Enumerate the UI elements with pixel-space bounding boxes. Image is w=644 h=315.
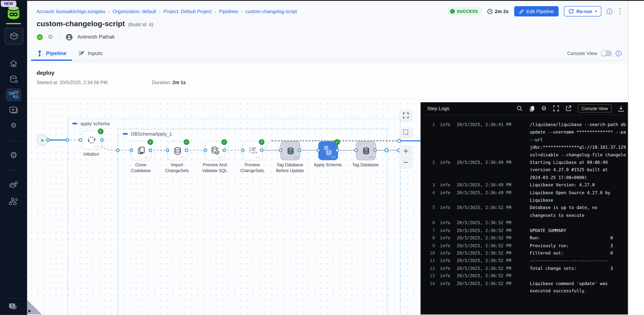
success-check-icon: ✓: [334, 139, 340, 145]
pencil-icon: [519, 9, 524, 14]
log-output[interactable]: 1info20/5/2025, 2:36:41 PM/liquibase/liq…: [420, 115, 628, 294]
chevron-down-icon[interactable]: ▾: [595, 9, 597, 13]
sidebar-item-configuration[interactable]: ⚙: [0, 122, 27, 129]
group-label[interactable]: apply schema: [80, 121, 110, 126]
breadcrumb-link[interactable]: Organization: default: [112, 9, 156, 14]
breadcrumb-link[interactable]: custom-changelog-script: [246, 9, 297, 14]
log-level: info: [440, 219, 450, 226]
step-node-initialize[interactable]: ✓ </>: [82, 130, 101, 150]
sidebar: NEW: [0, 0, 27, 315]
log-row: 10info20/5/2025, 2:36:52 PMFiltered out:…: [426, 249, 628, 257]
tab-pipeline[interactable]: Pipeline: [36, 46, 66, 60]
step-node-apply-schema[interactable]: ✓ </>: [318, 141, 338, 160]
log-timestamp: 20/5/2025, 2:36:52 PM: [457, 226, 516, 234]
log-line-number: 12: [426, 264, 435, 272]
group-label[interactable]: DBSchemaApply_1: [131, 132, 172, 136]
log-message: [530, 219, 627, 226]
breadcrumb-link[interactable]: Project: Default Project: [164, 9, 212, 14]
console-view-toggle[interactable]: [601, 50, 612, 56]
step-label: Preview And Validate SQL: [200, 162, 230, 173]
step-node-preview-changesets[interactable]: </> ✓ </>: [243, 141, 262, 160]
module-switcher-button[interactable]: [4, 28, 24, 44]
marquee-selection-icon: [403, 130, 409, 135]
success-check-icon: ✓: [98, 128, 104, 134]
zoom-in-button[interactable]: +: [400, 145, 412, 156]
step-node-tag-database-before-update[interactable]: </>: [280, 141, 300, 160]
page-header: Account: kurosakiichigo.songoku›Organiza…: [27, 1, 628, 64]
collapse-group-icon[interactable]: [123, 133, 128, 135]
right-rail: [628, 1, 644, 315]
gear-icon[interactable]: ⚙: [48, 34, 53, 40]
user-avatar-icon: [66, 34, 73, 40]
sidebar-item-home[interactable]: [0, 59, 27, 68]
app-root: NEW: [0, 0, 644, 315]
log-message: Starting Liquibase at 09:06:49(version 4…: [530, 158, 627, 181]
canvas-marquee-select-button[interactable]: [400, 127, 412, 137]
info-icon[interactable]: i: [616, 50, 622, 56]
log-line-number: 10: [426, 249, 435, 257]
log-copy-button[interactable]: [529, 105, 534, 112]
log-message: Liquibase Version: 4.27.0: [530, 181, 627, 188]
log-level: info: [440, 181, 450, 188]
log-line-number: 8: [426, 234, 435, 242]
log-timestamp: 20/5/2025, 2:36:52 PM: [457, 234, 516, 242]
help-bubble-icon: ?: [8, 303, 19, 312]
home-icon: [9, 59, 18, 68]
refresh-icon: [87, 135, 97, 145]
rerun-button[interactable]: Re-run ▾: [564, 6, 601, 16]
log-console-view-button[interactable]: Console View: [578, 104, 612, 112]
chevron-right-icon: ›: [108, 9, 110, 14]
edit-pipeline-button[interactable]: Edit Pipeline: [514, 6, 558, 16]
zoom-out-button[interactable]: −: [400, 156, 412, 168]
pipeline-start-node[interactable]: ▶: [36, 134, 48, 146]
gear-icon: ⚙: [541, 105, 546, 112]
sidebar-item-settings[interactable]: ⚙: [0, 151, 27, 160]
log-timestamp: 20/5/2025, 2:36:52 PM: [457, 242, 516, 249]
step-label: Preview ChangeSets: [237, 162, 267, 173]
log-download-button[interactable]: [618, 105, 624, 112]
step-label: Tag Database Before Update: [275, 162, 305, 173]
log-row: 9info20/5/2025, 2:36:52 PMPreviously run…: [426, 242, 628, 249]
sidebar-item-flows[interactable]: [0, 181, 27, 190]
pipeline-canvas[interactable]: apply schema DBSchemaApply_1 ▶: [27, 100, 628, 315]
step-node-import-changesets[interactable]: ✓ </>: [168, 141, 187, 160]
code-icon: </>: [293, 156, 298, 159]
log-fullscreen-button[interactable]: [553, 106, 559, 111]
collapse-group-icon[interactable]: [72, 123, 77, 124]
log-settings-button[interactable]: ⚙: [541, 105, 546, 112]
log-row: 1info20/5/2025, 2:36:41 PM/liquibase/liq…: [426, 121, 628, 158]
canvas-fullscreen-button[interactable]: [400, 110, 412, 120]
info-icon[interactable]: i: [606, 8, 612, 14]
code-icon: </>: [180, 156, 185, 159]
liquibase-logo-icon: [6, 5, 20, 20]
duration-text: 2m 2s: [495, 8, 509, 14]
sidebar-item-pipelines[interactable]: [6, 88, 21, 101]
tab-inputs[interactable]: Inputs: [78, 46, 102, 60]
fullscreen-icon: [553, 106, 559, 111]
sidebar-item-databases[interactable]: [0, 75, 27, 84]
stage-summary: deploy Started at: 20/5/2025, 2:34:58 PM…: [27, 64, 628, 99]
new-badge: NEW: [1, 0, 16, 7]
database-check-icon: [211, 146, 220, 155]
log-level: info: [440, 257, 450, 264]
sidebar-item-orchestration[interactable]: [0, 197, 27, 206]
help-chat-button[interactable]: ?: [8, 303, 19, 312]
svg-text:?: ?: [11, 304, 13, 308]
page-title: custom-changelog-script: [36, 20, 125, 28]
sidebar-item-executions[interactable]: [0, 106, 27, 114]
log-timestamp: 20/5/2025, 2:36:41 PM: [457, 121, 516, 128]
canvas-collapse-handle[interactable]: ▶: [28, 309, 31, 313]
breadcrumb-link[interactable]: Account: kurosakiichigo.songoku: [36, 9, 105, 14]
step-label: Apply Schema: [313, 162, 343, 168]
step-node-tag-database[interactable]: </>: [356, 141, 376, 160]
log-line-number: 7: [426, 226, 435, 234]
breadcrumb-link[interactable]: Pipelines: [219, 9, 238, 14]
log-search-button[interactable]: [516, 106, 522, 111]
log-line-number: 14: [426, 280, 435, 287]
log-open-in-new-button[interactable]: [566, 106, 571, 111]
step-node-preview-and-validate-sql[interactable]: ✓ </>: [205, 141, 225, 160]
log-row: 14info20/5/2025, 2:36:52 PMLiquibase com…: [426, 280, 628, 294]
kebab-menu-button[interactable]: [618, 7, 622, 15]
step-logs-title: Step Logs: [427, 106, 450, 111]
step-node-clone-codebase[interactable]: ✓ </>: [132, 141, 151, 160]
